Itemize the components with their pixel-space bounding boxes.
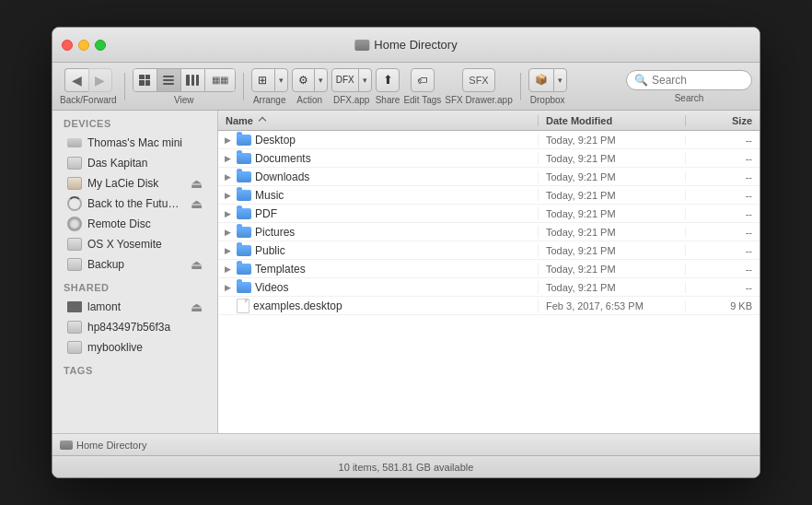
- lamont-monitor-icon: [67, 299, 82, 314]
- expand-arrow-icon[interactable]: ▶: [222, 282, 233, 293]
- backup-eject-icon[interactable]: ⏏: [191, 257, 203, 272]
- lacie-eject-icon[interactable]: ⏏: [191, 176, 203, 191]
- table-row[interactable]: ▶MusicToday, 9:21 PM--: [218, 186, 760, 205]
- dropbox-button[interactable]: 📦 ▾: [528, 68, 567, 92]
- expand-arrow-icon[interactable]: ▶: [222, 245, 233, 256]
- minimize-button[interactable]: [78, 40, 89, 51]
- arrange-group: ⊞ ▾ Arrange: [251, 68, 288, 105]
- file-name-cell: ▶Documents: [218, 152, 539, 165]
- view-column-button[interactable]: [181, 69, 205, 91]
- file-name-text: PDF: [255, 207, 277, 220]
- table-row[interactable]: ▶DocumentsToday, 9:21 PM--: [218, 149, 760, 168]
- expand-arrow-icon[interactable]: [222, 300, 233, 311]
- content-area: Devices Thomas's Mac mini Das Kapitan: [52, 111, 760, 433]
- expand-arrow-icon[interactable]: ▶: [222, 208, 233, 219]
- file-date-cell: Today, 9:21 PM: [539, 190, 686, 201]
- folder-icon: [237, 282, 251, 293]
- sfx-drawer-button[interactable]: SFX: [462, 68, 494, 92]
- table-row[interactable]: ▶PDFToday, 9:21 PM--: [218, 205, 760, 223]
- file-name-text: Documents: [255, 152, 311, 165]
- arrange-button[interactable]: ⊞ ▾: [251, 68, 288, 92]
- file-date-cell: Today, 9:21 PM: [539, 153, 686, 164]
- share-group: ⬆ Share: [376, 68, 400, 105]
- table-row[interactable]: ▶PicturesToday, 9:21 PM--: [218, 223, 760, 241]
- expand-arrow-icon[interactable]: ▶: [222, 190, 233, 201]
- hdd-title-icon: [354, 40, 369, 51]
- sidebar-item-backup[interactable]: Backup ⏏: [56, 254, 214, 275]
- file-name-text: Desktop: [255, 134, 296, 147]
- view-cover-button[interactable]: ▦▦: [205, 69, 235, 91]
- col-date-header[interactable]: Date Modified: [539, 115, 686, 126]
- table-row[interactable]: examples.desktopFeb 3, 2017, 6:53 PM9 KB: [218, 297, 760, 315]
- traffic-lights: [62, 40, 106, 51]
- maximize-button[interactable]: [95, 40, 106, 51]
- table-row[interactable]: ▶DownloadsToday, 9:21 PM--: [218, 168, 760, 186]
- pathbar: Home Directory: [52, 433, 760, 455]
- lamont-eject-icon[interactable]: ⏏: [191, 299, 203, 314]
- hdd-icon: [67, 156, 82, 170]
- folder-icon: [237, 171, 251, 182]
- search-box[interactable]: 🔍: [626, 70, 752, 90]
- action-button[interactable]: ⚙ ▾: [292, 68, 328, 92]
- sidebar-item-das-kapitan[interactable]: Das Kapitan: [56, 153, 214, 173]
- separator-2: [243, 73, 244, 100]
- file-name-cell: ▶Desktop: [218, 134, 539, 147]
- file-name-text: examples.desktop: [253, 299, 342, 312]
- hp-disk-icon: [67, 320, 82, 335]
- folder-icon: [237, 153, 251, 164]
- view-icon-button[interactable]: [133, 69, 157, 91]
- osx-disk-icon: [67, 237, 82, 252]
- separator-3: [520, 73, 521, 100]
- expand-arrow-icon[interactable]: ▶: [222, 153, 233, 164]
- dropbox-group: 📦 ▾ Dropbox: [528, 68, 567, 105]
- shared-header: Shared: [52, 275, 217, 297]
- sidebar-item-osx[interactable]: OS X Yosemite: [56, 234, 214, 254]
- sidebar-item-lamont[interactable]: lamont ⏏: [56, 297, 214, 317]
- expand-arrow-icon[interactable]: ▶: [222, 264, 233, 275]
- sidebar-item-hp[interactable]: hp843497b56f3a: [56, 317, 214, 337]
- expand-arrow-icon[interactable]: ▶: [222, 171, 233, 182]
- edit-tags-button[interactable]: 🏷: [411, 68, 435, 92]
- sidebar-item-mybooklive[interactable]: mybooklive: [56, 337, 214, 358]
- file-name-cell: ▶Videos: [218, 281, 539, 294]
- back-forward-group: ◀ ▶ Back/Forward: [60, 68, 117, 105]
- file-name-text: Videos: [255, 281, 288, 294]
- table-row[interactable]: ▶TemplatesToday, 9:21 PM--: [218, 260, 760, 278]
- sidebar-item-lacie[interactable]: My LaCie Disk ⏏: [56, 173, 214, 194]
- file-name-cell: ▶Templates: [218, 263, 539, 276]
- view-buttons: ▦▦: [133, 68, 236, 92]
- share-button[interactable]: ⬆: [376, 68, 400, 92]
- table-row[interactable]: ▶DesktopToday, 9:21 PM--: [218, 131, 760, 149]
- sidebar-item-back-future[interactable]: Back to the Futu… ⏏: [56, 194, 214, 214]
- view-group: ▦▦ View: [133, 68, 236, 105]
- expand-arrow-icon[interactable]: ▶: [222, 227, 233, 238]
- file-name-cell: ▶Pictures: [218, 226, 539, 239]
- close-button[interactable]: [62, 40, 73, 51]
- back-button[interactable]: ◀: [64, 68, 88, 92]
- file-size-cell: --: [686, 282, 760, 293]
- dfx-app-group: DFX ▾ DFX.app: [331, 68, 372, 105]
- dfx-app-button[interactable]: DFX ▾: [331, 68, 372, 92]
- view-list-button[interactable]: [157, 69, 181, 91]
- devices-header: Devices: [52, 111, 217, 133]
- statusbar: 10 items, 581.81 GB available: [52, 455, 760, 477]
- table-row[interactable]: ▶VideosToday, 9:21 PM--: [218, 278, 760, 297]
- sidebar-item-thomas-mac[interactable]: Thomas's Mac mini: [56, 133, 214, 153]
- expand-arrow-icon[interactable]: ▶: [222, 135, 233, 146]
- col-name-header[interactable]: Name: [218, 115, 539, 126]
- file-size-cell: 9 KB: [686, 300, 760, 311]
- list-view-icon: [163, 76, 174, 85]
- edit-tags-group: 🏷 Edit Tags: [403, 68, 441, 105]
- file-size-cell: --: [686, 190, 760, 201]
- mybooklive-icon: [67, 340, 82, 355]
- search-input[interactable]: [652, 74, 744, 87]
- sidebar-item-remote-disc[interactable]: Remote Disc: [56, 214, 214, 234]
- back-future-eject-icon[interactable]: ⏏: [191, 196, 203, 211]
- col-size-header[interactable]: Size: [686, 115, 760, 126]
- forward-button[interactable]: ▶: [88, 68, 112, 92]
- backup-disk-icon: [67, 257, 82, 272]
- filelist-header: Name Date Modified Size: [218, 111, 760, 131]
- file-date-cell: Today, 9:21 PM: [539, 264, 686, 275]
- folder-icon: [237, 208, 251, 219]
- table-row[interactable]: ▶PublicToday, 9:21 PM--: [218, 241, 760, 260]
